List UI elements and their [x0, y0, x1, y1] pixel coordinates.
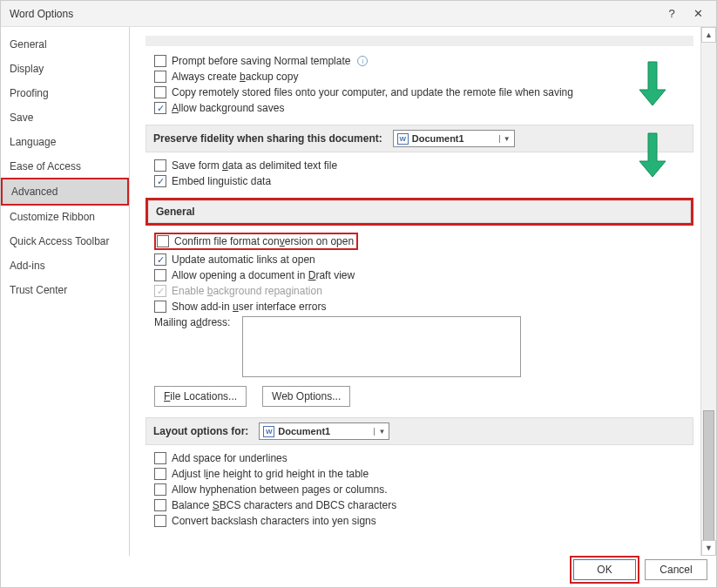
web-options-button[interactable]: Web Options...	[262, 386, 350, 407]
label-linguistic: Embed linguistic data	[172, 175, 271, 187]
close-button[interactable]: ✕	[685, 3, 711, 24]
section-general: General	[148, 200, 691, 223]
content-pane: Prompt before saving Normal template i A…	[130, 27, 716, 556]
label-hyphenation: Allow hyphenation between pages or colum…	[172, 483, 388, 496]
sidebar-item-display[interactable]: Display	[1, 57, 129, 81]
label-sbcs: Balance SBCS characters and DBCS charact…	[172, 499, 396, 511]
checkbox-sbcs[interactable]	[154, 499, 166, 511]
fidelity-doc-select[interactable]: W Document1 ▼	[393, 130, 515, 147]
scroll-up-button[interactable]: ▲	[701, 27, 716, 43]
checkbox-line-height[interactable]	[154, 468, 166, 480]
label-line-height: Adjust line height to grid height in the…	[172, 468, 369, 480]
label-update-links: Update automatic links at open	[172, 253, 315, 266]
help-button[interactable]: ?	[659, 3, 685, 24]
chevron-down-icon: ▼	[499, 135, 511, 143]
file-locations-button[interactable]: FFile Locations...ile Locations...	[154, 386, 247, 407]
label-yen: Convert backslash characters into yen si…	[172, 515, 376, 527]
sidebar-item-customize-ribbon[interactable]: Customize Ribbon	[1, 205, 129, 229]
label-draft-view: Allow opening a document in Draft view	[172, 269, 355, 281]
sidebar: General Display Proofing Save Language E…	[1, 27, 130, 556]
dialog-footer: OK Cancel	[573, 559, 707, 580]
label-bg-saves: Allow background saves	[172, 102, 284, 114]
checkbox-form-data[interactable]	[154, 159, 166, 172]
scroll-thumb[interactable]	[703, 410, 714, 550]
checkbox-linguistic[interactable]: ✓	[154, 175, 166, 187]
label-backup-copy: Always create backup copy	[172, 71, 298, 83]
label-underline-space: Add space for underlines	[172, 452, 287, 464]
label-prompt-normal: Prompt before saving Normal template	[172, 55, 350, 67]
sidebar-item-save[interactable]: Save	[1, 105, 129, 130]
sidebar-item-advanced[interactable]: Advanced	[1, 178, 129, 206]
dialog-title: Word Options	[10, 8, 659, 20]
checkbox-hyphenation[interactable]	[154, 483, 166, 496]
guide-arrow-1	[638, 60, 667, 107]
cancel-button[interactable]: Cancel	[645, 559, 707, 580]
section-fidelity: Preserve fidelity when sharing this docu…	[145, 125, 693, 152]
scroll-down-button[interactable]: ▼	[701, 540, 716, 556]
label-mailing-address: Mailing address:	[154, 316, 230, 328]
layout-doc-select[interactable]: W Document1 ▼	[259, 422, 389, 440]
checkbox-underline-space[interactable]	[154, 452, 166, 464]
checkbox-prompt-normal[interactable]	[154, 55, 166, 67]
checkbox-bg-saves[interactable]: ✓	[154, 102, 166, 114]
checkbox-addin-errors[interactable]	[154, 301, 166, 313]
sidebar-item-proofing[interactable]: Proofing	[1, 81, 129, 105]
guide-arrow-2	[638, 132, 667, 179]
titlebar: Word Options ? ✕	[1, 1, 716, 27]
label-form-data: Save form data as delimited text file	[172, 159, 337, 172]
label-confirm-conversion: Confirm file format conversion on open	[174, 235, 354, 247]
section-divider-top	[145, 36, 693, 46]
chevron-down-icon: ▼	[374, 428, 385, 436]
scrollbar[interactable]: ▲ ▼	[700, 27, 716, 556]
word-options-dialog: Word Options ? ✕ General Display Proofin…	[0, 0, 717, 588]
label-bg-repag: Enable background repagination	[172, 285, 322, 297]
sidebar-item-language[interactable]: Language	[1, 130, 129, 154]
label-remote-files: Copy remotely stored files onto your com…	[172, 86, 573, 98]
sidebar-item-general[interactable]: General	[1, 32, 129, 57]
ok-button[interactable]: OK	[573, 559, 636, 580]
checkbox-draft-view[interactable]	[154, 269, 166, 281]
checkbox-yen[interactable]	[154, 515, 166, 527]
info-icon[interactable]: i	[357, 56, 368, 66]
checkbox-remote-files[interactable]	[154, 86, 166, 98]
sidebar-item-trust-center[interactable]: Trust Center	[1, 278, 129, 302]
section-layout: Layout options for: W Document1 ▼	[145, 417, 693, 445]
sidebar-item-ease-of-access[interactable]: Ease of Access	[1, 154, 129, 179]
label-addin-errors: Show add-in user interface errors	[172, 301, 326, 313]
sidebar-item-quick-access[interactable]: Quick Access Toolbar	[1, 229, 129, 253]
checkbox-confirm-conversion[interactable]	[157, 235, 169, 247]
mailing-address-input[interactable]	[242, 316, 521, 377]
checkbox-update-links[interactable]: ✓	[154, 253, 166, 266]
checkbox-bg-repag: ✓	[154, 285, 166, 297]
sidebar-item-addins[interactable]: Add-ins	[1, 253, 129, 278]
word-doc-icon: W	[397, 133, 409, 145]
checkbox-backup-copy[interactable]	[154, 71, 166, 83]
word-doc-icon: W	[263, 426, 274, 437]
